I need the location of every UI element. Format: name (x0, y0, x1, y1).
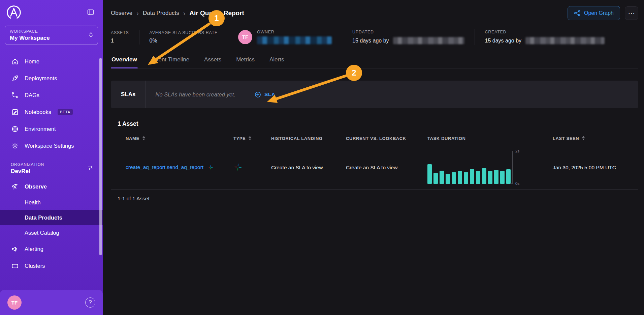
collapse-sidebar-button[interactable] (85, 7, 96, 19)
stat-assets: ASSETS 1 (111, 30, 139, 45)
sidebar-item-clusters[interactable]: Clusters (0, 257, 103, 274)
breadcrumb-separator-icon (136, 9, 139, 17)
sidebar-scrollbar[interactable] (99, 58, 102, 255)
telescope-icon (11, 182, 19, 191)
chart-y-axis (512, 151, 513, 184)
breadcrumb-data-products[interactable]: Data Products (143, 10, 179, 17)
help-button[interactable]: ? (85, 297, 95, 308)
sidebar-item-alerting[interactable]: Alerting (0, 240, 103, 257)
updated-by-redacted (393, 37, 464, 44)
breadcrumb-separator-icon (183, 9, 186, 17)
stat-owner: TF OWNER (228, 29, 342, 45)
tab-metrics[interactable]: Metrics (235, 52, 255, 68)
organization-name: DevRel (11, 168, 44, 175)
more-menu-button[interactable]: ⋯ (625, 6, 638, 20)
workspace-name: My Workspace (10, 35, 50, 41)
stat-updated: UPDATED 15 days ago by (342, 29, 475, 45)
chart-tick (510, 151, 512, 151)
sla-panel-title: SLAs (111, 81, 146, 108)
last-seen-cell: Jan 30, 2025 5:00 PM UTC (549, 146, 638, 190)
notebook-icon (11, 108, 19, 116)
tab-event-timeline[interactable]: Event Timeline (151, 52, 190, 68)
sidebar-item-home[interactable]: Home (0, 53, 103, 70)
sort-icon (581, 136, 585, 141)
sidebar-item-label: Environment (25, 126, 56, 132)
globe-icon (11, 125, 19, 133)
organization-selector[interactable]: ORGANIZATION DevRel (0, 160, 103, 177)
created-by-redacted (525, 37, 605, 44)
duration-bar (488, 171, 492, 184)
megaphone-icon (11, 245, 19, 253)
sidebar-item-environment[interactable]: Environment (0, 120, 103, 137)
sidebar-item-health[interactable]: Health (0, 195, 103, 210)
duration-bar (494, 170, 498, 184)
duration-bar (476, 171, 480, 184)
sidebar-item-label: Alerting (25, 246, 43, 252)
rocket-icon (11, 74, 19, 82)
sla-panel: SLAs No SLAs have been created yet. SLA (111, 81, 638, 108)
owner-name-redacted (257, 36, 332, 44)
duration-bar (458, 171, 462, 184)
sidebar-item-label: DAGs (25, 92, 39, 98)
plus-circle-icon (255, 91, 261, 98)
column-header-task-duration: TASK DURATION (423, 132, 549, 146)
sidebar-item-data-products[interactable]: Data Products (0, 210, 103, 225)
duration-bar (470, 169, 474, 184)
organization-nav: Observe Health Data Products Asset Catal… (0, 178, 103, 274)
beta-badge: BETA (58, 109, 73, 115)
owner-avatar: TF (238, 30, 252, 44)
workspace-selector[interactable]: WORKSPACE My Workspace (5, 26, 98, 45)
dag-branch-icon (11, 91, 19, 99)
sidebar-footer: TF ? (0, 290, 103, 315)
cluster-icon (11, 262, 19, 270)
tab-overview[interactable]: Overview (111, 52, 138, 68)
sidebar-item-dags[interactable]: DAGs (0, 87, 103, 104)
column-header-historical-landing: HISTORICAL LANDING (267, 132, 342, 146)
sort-icon (248, 136, 252, 141)
sidebar: WORKSPACE My Workspace Home Deployments (0, 0, 103, 315)
organization-label: ORGANIZATION (11, 162, 44, 167)
sidebar-item-deployments[interactable]: Deployments (0, 70, 103, 87)
column-header-type[interactable]: TYPE (229, 132, 267, 146)
astronomer-logo[interactable] (5, 4, 22, 21)
pagination-summary: 1-1 of 1 Asset (118, 196, 638, 202)
tab-assets[interactable]: Assets (203, 52, 222, 68)
switch-organization-icon[interactable] (87, 165, 94, 173)
sidebar-item-notebooks[interactable]: Notebooks BETA (0, 104, 103, 120)
breadcrumb: Observe Data Products Air Quality Report (111, 9, 244, 17)
main-content: Observe Data Products Air Quality Report… (103, 0, 644, 315)
sidebar-item-label: Observe (25, 183, 47, 190)
stat-created: CREATED 15 days ago by (475, 29, 615, 45)
historical-landing-cell: Create an SLA to view (267, 146, 342, 190)
sidebar-item-label: Data Products (25, 214, 62, 221)
assets-table: NAME TYPE HISTORICAL LANDING CURRENT VS.… (111, 132, 638, 190)
user-avatar[interactable]: TF (7, 295, 22, 310)
tab-alerts[interactable]: Alerts (269, 52, 285, 68)
stat-sla-success-rate: AVERAGE SLA SUCCESS RATE 0% (139, 30, 228, 45)
asset-link[interactable]: create_aq_report.send_aq_report (126, 164, 203, 170)
sidebar-item-observe[interactable]: Observe (0, 178, 103, 195)
chevron-updown-icon (89, 31, 93, 39)
assets-section: 1 Asset NAME TYPE HISTORICAL LANDING CUR… (111, 120, 638, 202)
sla-empty-message: No SLAs have been created yet. (146, 81, 245, 108)
breadcrumb-observe[interactable]: Observe (111, 10, 132, 17)
column-header-last-seen[interactable]: LAST SEEN (549, 132, 638, 146)
duration-bar (446, 174, 450, 184)
chart-y-min-label: 0s (515, 181, 519, 185)
sidebar-item-workspace-settings[interactable]: Workspace Settings (0, 137, 103, 154)
sidebar-item-label: Asset Catalog (25, 230, 59, 236)
asset-row: create_aq_report.send_aq_report (111, 146, 638, 190)
duration-bar (464, 172, 468, 184)
sidebar-item-label: Deployments (25, 75, 57, 82)
open-graph-button[interactable]: Open Graph (568, 6, 620, 20)
app-root: WORKSPACE My Workspace Home Deployments (0, 0, 644, 315)
sidebar-item-asset-catalog[interactable]: Asset Catalog (0, 225, 103, 240)
gear-icon (11, 142, 19, 150)
airflow-mini-icon (208, 165, 213, 171)
add-sla-button[interactable]: SLA (245, 81, 285, 108)
duration-bar (427, 164, 432, 184)
duration-bar (506, 169, 511, 184)
table-header-row: NAME TYPE HISTORICAL LANDING CURRENT VS.… (111, 132, 638, 146)
column-header-name[interactable]: NAME (111, 132, 229, 146)
chart-y-max-label: 2s (515, 149, 519, 153)
